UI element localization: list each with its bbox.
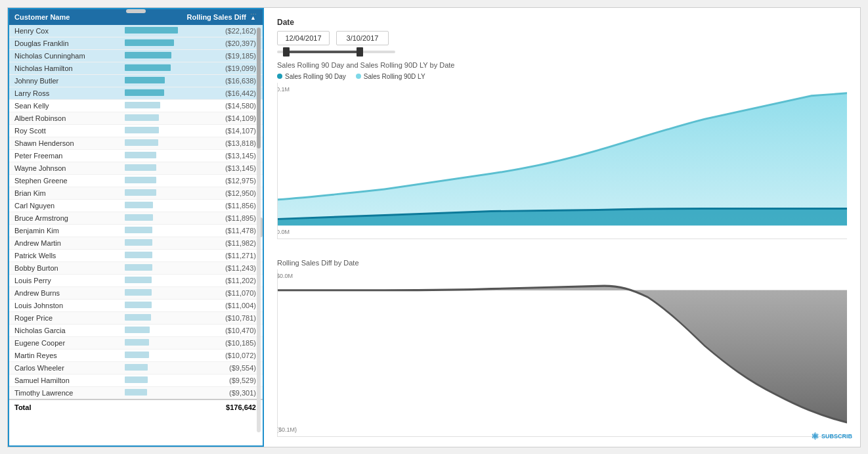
bar-cell <box>122 187 203 199</box>
customer-name-cell: Johnny Butler <box>9 74 122 87</box>
table-row[interactable]: Roy Scott($14,107) <box>9 124 263 137</box>
slider-thumb-left[interactable] <box>283 47 290 57</box>
bar-cell <box>122 386 203 399</box>
table-row[interactable]: Andrew Martin($11,982) <box>9 237 263 249</box>
date-filter-label: Date <box>277 18 847 27</box>
customer-name-cell: Andrew Martin <box>9 237 122 249</box>
bar-cell <box>122 261 203 274</box>
value-cell: ($11,004) <box>203 299 263 311</box>
legend-item-rolling90ly: Sales Rolling 90D LY <box>356 73 425 80</box>
table-row[interactable]: Johnny Butler($16,638) <box>9 74 263 87</box>
bar-cell <box>122 237 203 249</box>
value-cell: ($12,950) <box>203 187 263 199</box>
value-cell: ($14,109) <box>203 112 263 124</box>
table-row[interactable]: Peter Freeman($13,145) <box>9 149 263 162</box>
table-row[interactable]: Eugene Cooper($10,185) <box>9 336 263 349</box>
chart1-canvas: 0.1M 0.0M <box>277 83 847 239</box>
legend-dot-rolling90ly <box>356 74 361 79</box>
bar-cell <box>122 212 203 224</box>
chart1-section: Sales Rolling 90 Day and Sales Rolling 9… <box>277 61 847 239</box>
table-row[interactable]: Andrew Burns($11,070) <box>9 286 263 299</box>
bar-cell <box>122 137 203 149</box>
value-cell: ($13,145) <box>203 162 263 174</box>
table-row[interactable]: Martin Reyes($10,072) <box>9 349 263 361</box>
slider-thumb-right[interactable] <box>357 47 363 57</box>
table-row[interactable]: Larry Ross($16,442) <box>9 87 263 99</box>
table-row[interactable]: Samuel Hamilton($9,529) <box>9 374 263 386</box>
bar-cell <box>122 324 203 336</box>
bar-cell <box>122 361 203 374</box>
scrollbar[interactable] <box>257 28 261 432</box>
bar-cell <box>122 174 203 187</box>
panel-options[interactable]: ⋯ <box>250 11 257 18</box>
table-row[interactable]: Bruce Armstrong($11,895) <box>9 212 263 224</box>
table-row[interactable]: Carl Nguyen($11,856) <box>9 199 263 212</box>
customer-name-cell: Samuel Hamilton <box>9 374 122 386</box>
bar-cell <box>122 311 203 324</box>
table-row[interactable]: Timothy Lawrence($9,301) <box>9 386 263 399</box>
chart2-area <box>278 269 847 436</box>
customer-name-cell: Patrick Wells <box>9 249 122 261</box>
bar-cell <box>122 224 203 237</box>
value-cell: ($11,271) <box>203 249 263 261</box>
value-cell: ($12,975) <box>203 174 263 187</box>
customer-name-cell: Douglas Franklin <box>9 37 122 49</box>
table-row[interactable]: Albert Robinson($14,109) <box>9 112 263 124</box>
total-label: Total <box>9 399 122 415</box>
customer-name-cell: Albert Robinson <box>9 112 122 124</box>
table-row[interactable]: Stephen Greene($12,975) <box>9 174 263 187</box>
table-row[interactable]: Nicholas Garcia($10,470) <box>9 324 263 336</box>
table-row[interactable]: Louis Johnston($11,004) <box>9 299 263 311</box>
bar-cell <box>122 299 203 311</box>
value-cell: ($9,554) <box>203 361 263 374</box>
value-cell: ($19,185) <box>203 49 263 62</box>
customer-name-cell: Carl Nguyen <box>9 199 122 212</box>
customer-name-cell: Bruce Armstrong <box>9 212 122 224</box>
value-cell: ($14,580) <box>203 99 263 112</box>
value-cell: ($11,895) <box>203 212 263 224</box>
table-wrapper: Customer Name Rolling Sales Diff ▲ Henry… <box>9 9 263 445</box>
value-cell: ($10,781) <box>203 311 263 324</box>
value-cell: ($11,982) <box>203 237 263 249</box>
customer-name-cell: Louis Perry <box>9 274 122 286</box>
bar-cell <box>122 25 203 37</box>
value-cell: ($10,072) <box>203 349 263 361</box>
slider-track[interactable] <box>277 51 395 53</box>
resize-handle-top[interactable] <box>126 9 146 13</box>
date-slider[interactable] <box>277 49 847 55</box>
bar-cell <box>122 87 203 99</box>
customer-name-cell: Roger Price <box>9 311 122 324</box>
value-cell: ($19,099) <box>203 62 263 74</box>
table-row[interactable]: Patrick Wells($11,271) <box>9 249 263 261</box>
chart1-area <box>278 83 847 238</box>
scrollbar-thumb[interactable] <box>257 28 261 149</box>
customer-name-cell: Louis Johnston <box>9 299 122 311</box>
value-cell: ($13,145) <box>203 149 263 162</box>
table-row[interactable]: Louis Perry($11,202) <box>9 274 263 286</box>
customer-name-cell: Timothy Lawrence <box>9 386 122 399</box>
value-cell: ($10,470) <box>203 324 263 336</box>
table-row[interactable]: Carlos Wheeler($9,554) <box>9 361 263 374</box>
table-row[interactable]: Douglas Franklin($20,397) <box>9 37 263 49</box>
date-start-input[interactable]: 12/04/2017 <box>277 31 330 45</box>
table-row[interactable]: Nicholas Hamilton($19,099) <box>9 62 263 74</box>
col-customer-name[interactable]: Customer Name <box>9 9 122 25</box>
table-row[interactable]: Sean Kelly($14,580) <box>9 99 263 112</box>
right-panel: Date 12/04/2017 3/10/2017 Sales Rolling … <box>264 8 860 447</box>
table-row[interactable]: Benjamin Kim($11,478) <box>9 224 263 237</box>
customer-name-cell: Benjamin Kim <box>9 224 122 237</box>
table-row[interactable]: Nicholas Cunningham($19,185) <box>9 49 263 62</box>
table-row[interactable]: Wayne Johnson($13,145) <box>9 162 263 174</box>
table-row[interactable]: Roger Price($10,781) <box>9 311 263 324</box>
date-end-input[interactable]: 3/10/2017 <box>336 31 389 45</box>
table-row[interactable]: Shawn Henderson($13,818) <box>9 137 263 149</box>
customer-table: Customer Name Rolling Sales Diff ▲ Henry… <box>9 9 263 415</box>
slider-fill <box>286 51 360 53</box>
bar-cell <box>122 124 203 137</box>
customer-name-cell: Martin Reyes <box>9 349 122 361</box>
bar-cell <box>122 37 203 49</box>
table-row[interactable]: Henry Cox($22,162) <box>9 25 263 37</box>
table-row[interactable]: Brian Kim($12,950) <box>9 187 263 199</box>
customer-name-cell: Stephen Greene <box>9 174 122 187</box>
table-row[interactable]: Bobby Burton($11,243) <box>9 261 263 274</box>
